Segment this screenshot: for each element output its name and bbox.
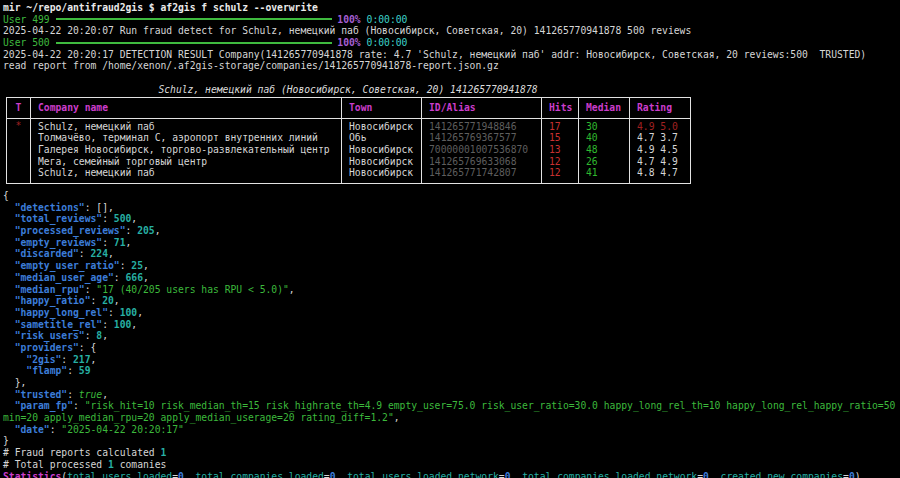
json-report-block: { "detections": [], "total_reviews": 500… [3, 190, 900, 447]
json-report-line: "risk_users": 8, [3, 330, 900, 342]
summary-line: Statistics(total_users_loaded=0, total_c… [3, 471, 900, 478]
json-report-line: "providers": { [3, 342, 900, 354]
json-report-line: "happy_ratio": 20, [3, 295, 900, 307]
blank-line [3, 72, 900, 84]
cell-id: 70000001007536870 [422, 144, 542, 156]
progress-line-user-500: User 500 100% 0:00:00 [3, 37, 900, 49]
fraud-result-table: TCompany nameTownID/AliasHitsMedianRatin… [6, 97, 691, 184]
json-report-line: "param_fp": "risk_hit=10 risk_median_th=… [3, 400, 900, 412]
cell-flag [7, 132, 31, 144]
progress-label: User 500 [3, 37, 50, 48]
cell-name: Галерея Новосибирск, торгово-развлекател… [31, 144, 342, 156]
summary-line: # Fraud reports calculated 1 [3, 447, 900, 459]
summary-block: # Fraud reports calculated 1# Total proc… [3, 447, 900, 478]
column-header-median: Median [579, 97, 630, 118]
column-header-hits: Hits [542, 97, 579, 118]
cell-name: Schulz, немецкий паб [31, 118, 342, 132]
cell-median: 40 [579, 132, 630, 144]
table-row: Мега, семейный торговый центрНовосибирск… [7, 156, 691, 168]
column-header-rating: Rating [630, 97, 691, 118]
log-result-line: 2025-04-22 20:20:17 DETECTION RESULT Com… [3, 49, 900, 61]
column-header-company-name: Company name [31, 97, 342, 118]
cell-rating: 4.9 5.0 [630, 118, 691, 132]
cell-median: 41 [579, 167, 630, 183]
cell-hits: 12 [542, 156, 579, 168]
json-report-line: "total_reviews": 500, [3, 213, 900, 225]
prompt-line: mir ~/repo/antifraud2gis $ af2gis f schu… [3, 2, 900, 14]
log-run-line: 2025-04-22 20:20:07 Run fraud detect for… [3, 25, 900, 37]
cell-median: 30 [579, 118, 630, 132]
progress-time: 0:00:00 [367, 14, 408, 25]
json-report-line: "empty_reviews": 71, [3, 237, 900, 249]
progress-percent: 100% [337, 37, 360, 48]
table-header-row: TCompany nameTownID/AliasHitsMedianRatin… [7, 97, 691, 118]
cell-rating: 4.8 4.7 [630, 167, 691, 183]
column-header-t: T [7, 97, 31, 118]
progress-line-user-499: User 499 100% 0:00:00 [3, 14, 900, 26]
json-report-line: "discarded": 224, [3, 248, 900, 260]
cell-id: 141265771742807 [422, 167, 542, 183]
terminal-screen[interactable]: mir ~/repo/antifraud2gis $ af2gis f schu… [0, 0, 900, 478]
cell-id: 141265769633068 [422, 156, 542, 168]
json-report-line: }, [3, 377, 900, 389]
cell-id: 141265771948846 [422, 118, 542, 132]
json-report-line: "sametitle_rel": 100, [3, 319, 900, 331]
log-read-report-line: read report from /home/xenon/.af2gis-sto… [3, 60, 900, 72]
cell-flag [7, 156, 31, 168]
cell-town: Новосибирск [342, 144, 422, 156]
cell-hits: 15 [542, 132, 579, 144]
cell-name: Мега, семейный торговый центр [31, 156, 342, 168]
cell-name: Schulz, немецкий паб [31, 167, 342, 183]
cell-hits: 17 [542, 118, 579, 132]
table-row: *Schulz, немецкий пабНовосибирск14126577… [7, 118, 691, 132]
column-header-town: Town [342, 97, 422, 118]
json-report-line: "median_user_age": 666, [3, 272, 900, 284]
cell-median: 26 [579, 156, 630, 168]
shell-command: mir ~/repo/antifraud2gis $ af2gis f schu… [3, 2, 318, 13]
json-report-line: "date": "2025-04-22 20:20:17" [3, 424, 900, 436]
cell-rating: 4.7 4.9 [630, 156, 691, 168]
json-report-line: "median_rpu": "17 (40/205 users has RPU … [3, 284, 900, 296]
json-report-line: "empty_user_ratio": 25, [3, 260, 900, 272]
cell-median: 48 [579, 144, 630, 156]
table-title: Schulz, немецкий паб (Новосибирск, Совет… [6, 84, 690, 96]
cell-hits: 12 [542, 167, 579, 183]
progress-bar [56, 42, 332, 44]
json-report-line: } [3, 435, 900, 447]
summary-line: # Total processed 1 comanies [3, 459, 900, 471]
table-row: Толмачёво, терминал С, аэропорт внутренн… [7, 132, 691, 144]
cell-rating: 4.7 3.7 [630, 132, 691, 144]
table-row: Галерея Новосибирск, торгово-развлекател… [7, 144, 691, 156]
column-header-id-alias: ID/Alias [422, 97, 542, 118]
progress-time: 0:00:00 [367, 37, 408, 48]
table-row: Schulz, немецкий пабНовосибирск141265771… [7, 167, 691, 183]
cell-flag [7, 167, 31, 183]
json-report-line: "2gis": 217, [3, 354, 900, 366]
progress-label: User 499 [3, 14, 50, 25]
cell-name: Толмачёво, терминал С, аэропорт внутренн… [31, 132, 342, 144]
json-report-line: "detections": [], [3, 202, 900, 214]
cell-hits: 13 [542, 144, 579, 156]
json-report-line: "processed_reviews": 205, [3, 225, 900, 237]
cell-town: Новосибирск [342, 118, 422, 132]
json-report-line: { [3, 190, 900, 202]
cell-town: Новосибирск [342, 156, 422, 168]
cell-flag [7, 144, 31, 156]
cell-flag: * [7, 118, 31, 132]
json-report-line: "flamp": 59 [3, 365, 900, 377]
json-report-line: "happy_long_rel": 100, [3, 307, 900, 319]
progress-percent: 100% [337, 14, 360, 25]
cell-town: Новосибирск [342, 167, 422, 183]
progress-bar [56, 18, 332, 20]
cell-rating: 4.9 4.5 [630, 144, 691, 156]
json-report-line: "trusted": true, [3, 389, 900, 401]
cell-id: 141265769367577 [422, 132, 542, 144]
json-report-line: min=20 apply_median_rpu=20 apply_median_… [3, 412, 900, 424]
cell-town: Обь [342, 132, 422, 144]
